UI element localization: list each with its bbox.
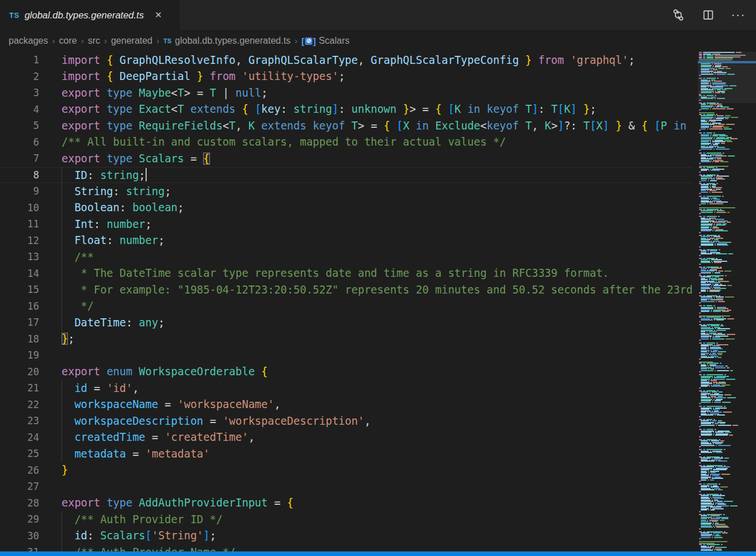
code-line[interactable]: 7export type Scalars = { xyxy=(0,150,693,167)
line-number: 5 xyxy=(0,120,62,131)
line-number: 10 xyxy=(0,202,62,214)
editor: 1import { GraphQLResolveInfo, GraphQLSca… xyxy=(0,52,756,551)
code-line[interactable]: 26} xyxy=(0,462,693,479)
tab-global-db-types[interactable]: TS global.db.types.generated.ts ✕ xyxy=(0,0,180,30)
code-line[interactable]: 14 * The DateTime scalar type represents… xyxy=(0,265,693,282)
indent-guide xyxy=(62,314,62,331)
code-line[interactable]: 17 DateTime: any; xyxy=(0,314,693,331)
code-line[interactable]: 19 xyxy=(0,347,693,364)
compare-changes-icon[interactable] xyxy=(672,9,685,21)
code-line[interactable]: 16 */ xyxy=(0,298,693,315)
code-line[interactable]: 4export type Exact<T extends { [key: str… xyxy=(0,101,693,118)
line-number: 24 xyxy=(0,432,62,443)
line-number: 7 xyxy=(0,153,62,164)
code-line[interactable]: 8 ID: string; xyxy=(0,167,693,184)
line-number: 29 xyxy=(0,513,62,525)
close-tab-icon[interactable]: ✕ xyxy=(152,9,165,21)
breadcrumb-item-packages[interactable]: packages xyxy=(9,36,48,46)
line-number: 22 xyxy=(0,399,62,410)
code-line[interactable]: 13 /** xyxy=(0,249,693,265)
code-line[interactable]: 27 xyxy=(0,478,693,495)
code-line[interactable]: 31 /** Auth Provider Name */ xyxy=(0,544,693,551)
indent-guide xyxy=(62,511,62,528)
line-number: 28 xyxy=(0,497,62,509)
breadcrumb-file-name: global.db.types.generated.ts xyxy=(175,36,291,46)
code-line[interactable]: 12 Float: number; xyxy=(0,233,693,249)
chevron-right-icon: › xyxy=(295,36,297,45)
breadcrumb-item-src[interactable]: src xyxy=(88,36,100,46)
indent-guide xyxy=(62,413,62,429)
line-number: 25 xyxy=(0,448,62,459)
line-number: 20 xyxy=(0,366,62,378)
line-number: 2 xyxy=(0,71,62,82)
code-line[interactable]: 3export type Maybe<T> = T | null; xyxy=(0,85,693,101)
minimap[interactable] xyxy=(698,52,756,551)
split-editor-icon[interactable] xyxy=(702,9,715,21)
code-line[interactable]: 6/** All built-in and custom scalars, ma… xyxy=(0,134,693,151)
code-line[interactable]: 15 * For example: "1985-04-12T23:20:50.5… xyxy=(0,281,693,298)
line-number: 3 xyxy=(0,87,62,98)
indent-guide xyxy=(62,265,62,282)
chevron-right-icon: › xyxy=(104,36,107,45)
more-actions-icon[interactable]: ··· xyxy=(732,9,744,21)
line-number: 15 xyxy=(0,284,62,295)
code-line[interactable]: 24 createdTime = 'createdTime', xyxy=(0,429,693,446)
breadcrumb-item-file[interactable]: TS global.db.types.generated.ts xyxy=(163,36,291,46)
code-line[interactable]: 20export enum WorkspaceOrderable { xyxy=(0,364,693,380)
tab-title: global.db.types.generated.ts xyxy=(25,10,144,21)
line-number: 4 xyxy=(0,104,62,115)
indent-guide xyxy=(62,445,62,462)
breadcrumb-item-symbol[interactable]: [⊘] Scalars xyxy=(301,36,349,46)
breadcrumb-symbol-name: Scalars xyxy=(319,36,349,46)
line-number: 17 xyxy=(0,317,62,328)
code-line[interactable]: 30 id: Scalars['String']; xyxy=(0,528,693,544)
code-line[interactable]: 11 Int: number; xyxy=(0,216,693,233)
indent-guide xyxy=(62,216,62,233)
indent-guide xyxy=(62,167,62,184)
code-line[interactable]: 1import { GraphQLResolveInfo, GraphQLSca… xyxy=(0,52,693,68)
code-line[interactable]: 29 /** Auth Provider ID */ xyxy=(0,511,693,528)
code-line[interactable]: 25 metadata = 'metadata' xyxy=(0,445,693,462)
line-number: 21 xyxy=(0,382,62,394)
indent-guide xyxy=(62,397,62,413)
indent-guide xyxy=(62,233,62,249)
line-number: 23 xyxy=(0,415,62,426)
code-area[interactable]: 1import { GraphQLResolveInfo, GraphQLSca… xyxy=(0,52,693,551)
tab-bar: TS global.db.types.generated.ts ✕ xyxy=(0,0,756,30)
code-line[interactable]: 21 id = 'id', xyxy=(0,380,693,397)
line-number: 9 xyxy=(0,185,62,197)
code-line[interactable]: 23 workspaceDescription = 'workspaceDesc… xyxy=(0,413,693,429)
indent-guide xyxy=(62,298,62,315)
line-number: 30 xyxy=(0,530,62,542)
line-number: 11 xyxy=(0,218,62,230)
minimap-current-line-marker xyxy=(698,61,756,63)
minimap-slider[interactable] xyxy=(698,52,756,103)
code-line[interactable]: 22 workspaceName = 'workspaceName', xyxy=(0,397,693,413)
indent-guide xyxy=(62,429,62,446)
typescript-file-icon: TS xyxy=(9,11,20,20)
code-line[interactable]: 28export type AddAuthProviderInput = { xyxy=(0,495,693,512)
line-number: 26 xyxy=(0,464,62,476)
text-cursor xyxy=(146,168,147,181)
indent-guide xyxy=(62,200,62,216)
code-line[interactable]: 5export type RequireFields<T, K extends … xyxy=(0,117,693,134)
line-number: 13 xyxy=(0,251,62,262)
code-line[interactable]: 9 String: string; xyxy=(0,183,693,200)
minimap-content xyxy=(698,52,756,553)
typescript-file-icon: TS xyxy=(163,37,171,44)
indent-guide xyxy=(62,183,62,200)
code-line[interactable]: 10 Boolean: boolean; xyxy=(0,200,693,216)
line-number: 8 xyxy=(0,169,62,181)
line-number: 31 xyxy=(0,546,62,551)
line-number: 18 xyxy=(0,333,62,345)
indent-guide xyxy=(62,249,62,265)
line-number: 19 xyxy=(0,349,62,361)
code-line[interactable]: 18}; xyxy=(0,331,693,348)
line-number: 12 xyxy=(0,235,62,246)
breadcrumb-item-core[interactable]: core xyxy=(59,36,77,46)
breadcrumb-item-generated[interactable]: generated xyxy=(111,36,152,46)
chevron-right-icon: › xyxy=(156,36,159,45)
code-line[interactable]: 2import { DeepPartial } from 'utility-ty… xyxy=(0,68,693,85)
indent-guide xyxy=(62,281,62,298)
breadcrumb: packages › core › src › generated › TS g… xyxy=(0,30,756,52)
